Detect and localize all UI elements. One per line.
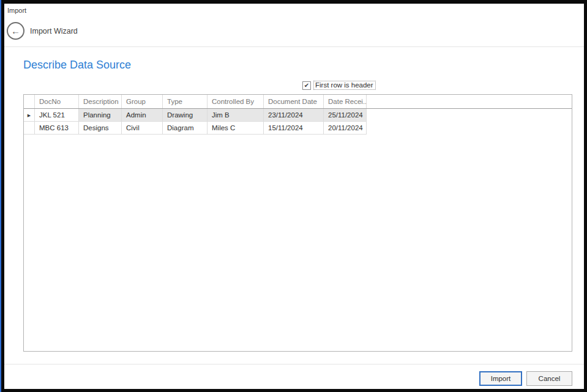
header-filler [367, 95, 572, 108]
import-window: Import ← Import Wizard Describe Data Sou… [0, 0, 587, 392]
column-header-date-received[interactable]: Date Recei... [324, 95, 367, 108]
back-arrow-icon: ← [11, 26, 20, 35]
grid-cell[interactable]: JKL 521 [35, 109, 79, 122]
grid-cell[interactable]: Admin [122, 109, 163, 122]
window-content: Import ← Import Wizard Describe Data Sou… [4, 4, 584, 389]
check-icon: ✔ [304, 83, 309, 89]
column-header-controlled-by[interactable]: Controlled By [208, 95, 264, 108]
data-preview-panel: DocNo Description Group Type Controlled … [23, 94, 572, 352]
grid-cell[interactable]: 20/11/2024 [324, 122, 367, 135]
table-row[interactable]: ▶ JKL 521 Planning Admin Drawing Jim B 2… [24, 109, 572, 122]
window-title: Import [7, 7, 26, 14]
grid-header-row: DocNo Description Group Type Controlled … [24, 95, 572, 109]
row-selector-cell[interactable] [24, 122, 35, 135]
back-button[interactable]: ← [7, 22, 24, 40]
grid-cell[interactable]: Designs [79, 122, 122, 135]
window-left-accent [0, 0, 1, 392]
current-row-indicator[interactable]: ▶ [24, 109, 35, 122]
grid-cell[interactable]: Jim B [208, 109, 264, 122]
grid-cell[interactable]: MBC 613 [35, 122, 79, 135]
footer-divider [4, 364, 584, 364]
import-button[interactable]: Import [479, 371, 522, 386]
row-pointer-icon: ▶ [28, 113, 31, 117]
grid-cell[interactable]: Planning [79, 109, 122, 122]
grid-cell[interactable]: Drawing [163, 109, 208, 122]
page-heading: Describe Data Source [23, 59, 131, 72]
header-divider [4, 46, 584, 47]
row-selector-header [24, 95, 35, 108]
table-row[interactable]: MBC 613 Designs Civil Diagram Miles C 15… [24, 122, 572, 135]
grid-cell[interactable]: Miles C [208, 122, 264, 135]
checkbox-box[interactable]: ✔ [302, 81, 311, 90]
grid-cell[interactable]: Civil [122, 122, 163, 135]
cancel-button[interactable]: Cancel [526, 371, 572, 386]
wizard-title: Import Wizard [30, 27, 78, 35]
column-header-group[interactable]: Group [122, 95, 163, 108]
column-header-docno[interactable]: DocNo [35, 95, 79, 108]
checkbox-label: First row is header [313, 81, 376, 90]
grid-cell[interactable]: Diagram [163, 122, 208, 135]
grid-cell[interactable]: 15/11/2024 [264, 122, 324, 135]
grid-cell[interactable]: 25/11/2024 [324, 109, 367, 122]
column-header-type[interactable]: Type [163, 95, 208, 108]
first-row-header-checkbox[interactable]: ✔ First row is header [302, 81, 376, 90]
column-header-document-date[interactable]: Document Date [264, 95, 324, 108]
column-header-description[interactable]: Description [79, 95, 122, 108]
grid-cell[interactable]: 23/11/2024 [264, 109, 324, 122]
